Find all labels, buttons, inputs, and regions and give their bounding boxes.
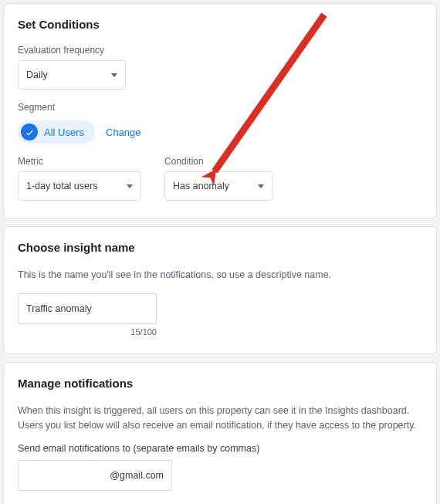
notifications-title: Manage notifications: [18, 377, 422, 390]
email-value: @gmail.com: [110, 470, 164, 481]
insight-name-title: Choose insight name: [18, 241, 422, 254]
eval-freq-label: Evaluation frequency: [18, 45, 422, 56]
notifications-helper: When this insight is triggered, all user…: [18, 404, 422, 433]
eval-freq-select[interactable]: Daily: [18, 60, 126, 90]
send-email-label: Send email notifications to (separate em…: [18, 443, 422, 454]
condition-select[interactable]: Has anomaly: [164, 171, 272, 201]
condition-value: Has anomaly: [173, 181, 229, 191]
change-link[interactable]: Change: [106, 127, 141, 138]
condition-label: Condition: [164, 156, 272, 167]
eval-freq-value: Daily: [26, 69, 48, 80]
insight-name-card: Choose insight name This is the name you…: [3, 226, 437, 354]
insight-name-input[interactable]: [18, 293, 157, 324]
notifications-card: Manage notifications When this insight i…: [3, 362, 437, 504]
set-conditions-card: Set Conditions Evaluation frequency Dail…: [3, 3, 437, 218]
metric-value: 1-day total users: [26, 181, 97, 191]
metric-label: Metric: [18, 156, 141, 167]
insight-name-helper: This is the name you'll see in the notif…: [18, 268, 422, 282]
segment-chip-label: All Users: [44, 127, 84, 138]
insight-name-counter: 15/100: [18, 327, 157, 337]
metric-select[interactable]: 1-day total users: [18, 171, 141, 201]
check-icon: [21, 123, 38, 140]
chevron-down-icon: [127, 184, 133, 188]
segment-chip[interactable]: All Users: [18, 120, 95, 144]
email-input[interactable]: @gmail.com: [18, 460, 172, 491]
chevron-down-icon: [258, 184, 264, 188]
segment-label: Segment: [18, 102, 422, 113]
set-conditions-title: Set Conditions: [18, 18, 422, 31]
chevron-down-icon: [111, 73, 117, 77]
